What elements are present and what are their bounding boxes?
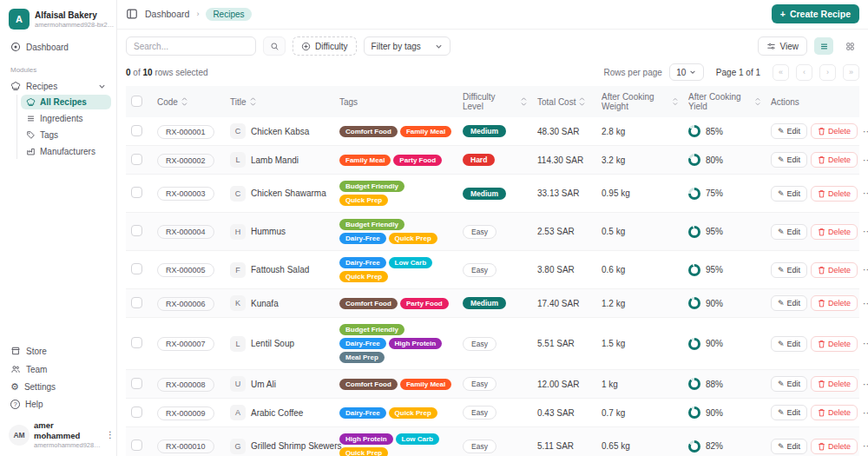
row-checkbox[interactable] — [131, 225, 142, 236]
column-header-weight[interactable]: After Cooking Weight — [596, 86, 683, 117]
row-more-button[interactable]: ⋯ — [861, 126, 868, 137]
edit-button[interactable]: ✎Edit — [771, 224, 807, 240]
recipe-title: Grilled Shrimp Skewers — [251, 441, 341, 451]
delete-button[interactable]: Delete — [811, 224, 858, 240]
breadcrumb-dashboard[interactable]: Dashboard — [145, 9, 189, 19]
grid-view-icon — [845, 42, 855, 51]
row-more-button[interactable]: ⋯ — [861, 440, 868, 452]
last-page-button[interactable]: » — [843, 64, 859, 81]
edit-button[interactable]: ✎Edit — [771, 186, 807, 202]
recipe-initial-avatar: C — [230, 123, 246, 139]
delete-button[interactable]: Delete — [811, 123, 858, 139]
column-header-yield[interactable]: After Cooking Yield — [683, 86, 766, 117]
delete-button[interactable]: Delete — [811, 405, 858, 420]
row-more-button[interactable]: ⋯ — [861, 298, 868, 309]
tag-pill: Family Meal — [400, 379, 451, 390]
store-icon — [10, 346, 21, 356]
column-header-cost[interactable]: Total Cost — [532, 86, 596, 117]
row-checkbox[interactable] — [131, 263, 142, 274]
recipe-code: RX-000006 — [157, 297, 214, 311]
search-input[interactable] — [126, 36, 256, 56]
row-more-button[interactable]: ⋯ — [861, 264, 868, 275]
after-cooking-weight-value: 0.65 kg — [596, 427, 683, 456]
edit-button[interactable]: ✎Edit — [771, 336, 807, 352]
main-content: Dashboard › Recipes + Create Recipe Diff… — [117, 0, 868, 456]
sidebar-toggle-icon[interactable] — [126, 8, 138, 20]
recipe-tags: Budget FriendlyQuick Prep — [339, 181, 452, 206]
delete-button[interactable]: Delete — [811, 376, 858, 392]
delete-button[interactable]: Delete — [811, 152, 858, 168]
row-checkbox[interactable] — [131, 125, 142, 136]
row-more-button[interactable]: ⋯ — [861, 379, 868, 390]
kebab-menu-icon[interactable]: ⋮ — [106, 430, 115, 439]
modules-section-label: Modules — [5, 56, 111, 77]
tag-pill: Budget Friendly — [339, 324, 404, 335]
tags-filter-select[interactable]: Filter by tags — [364, 36, 450, 56]
search-icon[interactable] — [263, 36, 286, 56]
edit-button[interactable]: ✎Edit — [771, 376, 807, 392]
sidebar-item-tags[interactable]: Tags — [21, 128, 111, 142]
row-more-button[interactable]: ⋯ — [861, 338, 868, 349]
delete-button[interactable]: Delete — [811, 336, 858, 352]
list-view-toggle[interactable] — [814, 37, 833, 55]
sidebar-item-store[interactable]: Store — [5, 342, 111, 360]
grid-view-toggle[interactable] — [840, 37, 859, 55]
sidebar-item-dashboard[interactable]: Dashboard — [5, 38, 111, 56]
row-checkbox[interactable] — [131, 406, 142, 418]
difficulty-filter-button[interactable]: Difficulty — [293, 36, 357, 56]
sliders-icon — [766, 42, 776, 51]
delete-button[interactable]: Delete — [811, 186, 858, 202]
row-checkbox[interactable] — [131, 439, 142, 451]
view-options-button[interactable]: View — [758, 36, 808, 56]
recipe-code: RX-000003 — [157, 187, 214, 201]
edit-button[interactable]: ✎Edit — [771, 123, 807, 139]
breadcrumb-recipes[interactable]: Recipes — [206, 8, 251, 21]
sidebar-item-label: Store — [26, 347, 47, 356]
chef-hat-icon — [10, 81, 21, 91]
row-checkbox[interactable] — [131, 154, 142, 165]
sidebar-item-manufacturers[interactable]: Manufacturers — [21, 144, 111, 159]
delete-button[interactable]: Delete — [811, 295, 858, 311]
create-recipe-button[interactable]: + Create Recipe — [772, 4, 859, 23]
delete-button[interactable]: Delete — [811, 262, 858, 278]
sidebar-item-team[interactable]: Team — [5, 360, 111, 378]
sidebar-item-ingredients[interactable]: Ingredients — [21, 111, 111, 126]
yield-value: 80% — [706, 155, 723, 165]
difficulty-badge: Easy — [463, 337, 496, 351]
trash-icon — [818, 127, 825, 135]
tag-pill: High Protein — [389, 338, 443, 349]
edit-button[interactable]: ✎Edit — [771, 152, 807, 168]
prev-page-button[interactable]: ‹ — [796, 64, 812, 81]
column-header-title[interactable]: Title — [225, 86, 334, 117]
row-checkbox[interactable] — [131, 337, 142, 348]
sidebar-item-help[interactable]: ? Help — [5, 396, 111, 413]
yield-ring-icon — [688, 440, 700, 453]
edit-button[interactable]: ✎Edit — [771, 262, 807, 278]
row-more-button[interactable]: ⋯ — [861, 407, 868, 419]
column-header-difficulty[interactable]: Difficulty Level — [457, 86, 532, 117]
after-cooking-weight-value: 3.2 kg — [596, 146, 683, 175]
row-more-button[interactable]: ⋯ — [861, 188, 868, 199]
pencil-icon: ✎ — [778, 408, 785, 417]
edit-button[interactable]: ✎Edit — [771, 295, 807, 311]
select-all-checkbox[interactable] — [131, 96, 142, 107]
edit-button[interactable]: ✎Edit — [771, 439, 807, 454]
next-page-button[interactable]: › — [819, 64, 836, 81]
column-header-code[interactable]: Code — [152, 86, 225, 117]
workspace-switcher[interactable]: A Alfaisal Bakery amermohammed928-bx2kug — [5, 7, 111, 38]
first-page-button[interactable]: « — [773, 64, 789, 81]
difficulty-badge: Medium — [463, 297, 506, 309]
edit-button[interactable]: ✎Edit — [771, 405, 807, 420]
row-checkbox[interactable] — [131, 187, 142, 198]
yield-ring-icon — [688, 264, 700, 276]
row-checkbox[interactable] — [131, 378, 142, 389]
sidebar-item-settings[interactable]: ⚙ Settings — [5, 379, 111, 395]
row-checkbox[interactable] — [131, 297, 142, 308]
sidebar-group-recipes[interactable]: Recipes — [5, 77, 111, 95]
rows-per-page-select[interactable]: 10 — [669, 63, 704, 81]
delete-button[interactable]: Delete — [811, 439, 858, 454]
sidebar-item-all-recipes[interactable]: All Recipes — [21, 95, 111, 109]
row-more-button[interactable]: ⋯ — [861, 155, 868, 166]
user-menu[interactable]: AM amer mohammed amermohammed928@g.. ⋮ — [5, 413, 111, 451]
row-more-button[interactable]: ⋯ — [861, 226, 868, 237]
